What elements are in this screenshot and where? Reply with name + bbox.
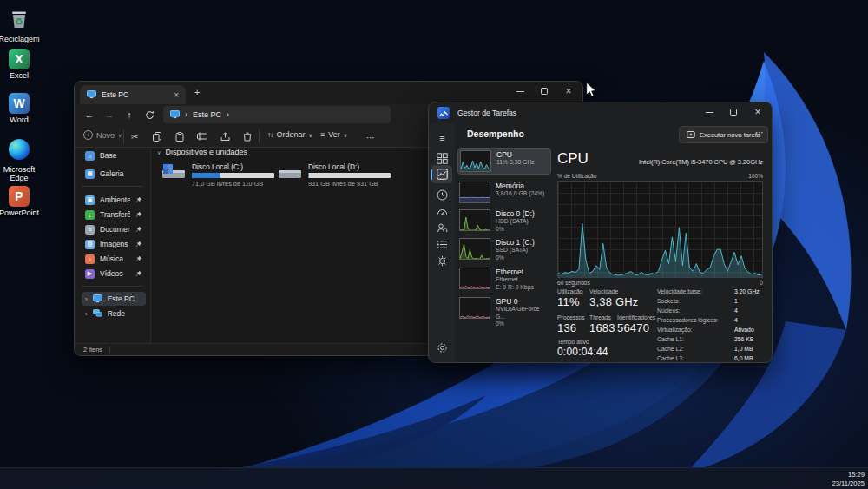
this-pc-icon xyxy=(170,110,180,119)
sidebar-item-rede[interactable]: › Rede xyxy=(82,307,146,320)
drive-free-space: 71,0 GB livres de 110 GB xyxy=(192,180,274,188)
cpu-utilization-chart[interactable] xyxy=(557,181,763,278)
detail-label: Núcleos: xyxy=(657,307,680,314)
cut-icon[interactable]: ✂ xyxy=(125,128,144,145)
taskbar: Procurar xyxy=(0,467,868,489)
users-tab-icon[interactable] xyxy=(435,221,450,235)
chevron-down-icon: ∨ xyxy=(118,132,122,138)
perf-item-gpu0[interactable]: GPU 0NVIDIA GeForce G...0% xyxy=(457,295,551,330)
drive-d-item[interactable]: Disco Local (D:) 931 GB livres de 931 GB xyxy=(277,162,391,188)
sidebar-item-galeria[interactable]: ▦ Galeria xyxy=(82,167,146,181)
sidebar-item-videos[interactable]: ▶ Vídeos xyxy=(82,267,146,281)
desktop-icon-word[interactable]: W Word xyxy=(0,93,43,124)
forward-button[interactable]: → xyxy=(100,106,119,123)
desktop-icon-edge[interactable]: Microsoft Edge xyxy=(0,139,43,182)
desktop-icon-excel[interactable]: X Excel xyxy=(0,49,43,80)
detail-label: Cache L1: xyxy=(657,336,684,342)
drive-c-item[interactable]: Disco Local (C:) 71,0 GB livres de 110 G… xyxy=(161,162,275,188)
chevron-expand-icon[interactable]: › xyxy=(85,295,88,303)
minimize-button[interactable] xyxy=(508,82,532,101)
share-icon[interactable] xyxy=(215,128,234,145)
copy-icon[interactable] xyxy=(148,128,167,145)
breadcrumb-separator: › xyxy=(185,110,187,119)
stat-value-identificadores: 56470 xyxy=(617,321,649,334)
this-pc-icon xyxy=(93,294,102,303)
taskbar-clock[interactable]: 15:29 23/11/2025 xyxy=(832,471,865,487)
stat-label: Velocidade xyxy=(589,288,618,294)
desktop-icon-label: Reciclagem xyxy=(0,35,43,43)
processes-tab-icon[interactable] xyxy=(435,151,450,166)
sidebar-item-este-pc[interactable]: › Este PC xyxy=(82,292,146,306)
detail-label: Virtualização: xyxy=(657,327,693,333)
drive-icon xyxy=(161,162,187,183)
chevron-expand-icon[interactable]: › xyxy=(85,310,88,318)
sidebar-item-base[interactable]: ⌂ Base xyxy=(82,149,146,162)
up-button[interactable]: ↑ xyxy=(120,106,139,123)
new-tab-button[interactable]: + xyxy=(194,87,200,97)
paste-icon[interactable] xyxy=(170,128,189,145)
performance-tab-icon[interactable] xyxy=(435,167,450,182)
more-options-icon[interactable]: ⋯ xyxy=(755,128,764,137)
pin-icon xyxy=(135,226,142,233)
sidebar-item-musica[interactable]: ♪ Música xyxy=(82,252,146,266)
breadcrumb-item[interactable]: Este PC xyxy=(193,110,221,119)
stat-value-threads: 1683 xyxy=(589,321,615,334)
word-icon: W xyxy=(9,93,30,114)
services-tab-icon[interactable] xyxy=(435,254,450,268)
desktop-icon-powerpoint[interactable]: P PowerPoint xyxy=(0,186,43,217)
tab-close-icon[interactable]: × xyxy=(174,90,179,100)
drive-icon xyxy=(277,162,303,183)
chevron-down-icon: ∨ xyxy=(157,149,161,155)
maximize-button[interactable] xyxy=(721,102,746,122)
sort-button[interactable]: ↑↓ Ordenar ∨ xyxy=(267,130,312,139)
clock-date: 23/11/2025 xyxy=(832,479,865,488)
explorer-tab-title: Este PC xyxy=(102,90,168,99)
network-icon xyxy=(93,309,102,318)
close-button[interactable]: × xyxy=(746,102,770,122)
more-options-icon[interactable]: ⋯ xyxy=(361,129,380,146)
pin-icon xyxy=(135,270,142,277)
sidebar-item-ambiente[interactable]: ▣ Ambiente de tra xyxy=(82,193,146,207)
pin-icon xyxy=(135,241,142,248)
explorer-sidebar: ⌂ Base ▦ Galeria ▣ Ambiente de tra ↓ Tra… xyxy=(75,149,151,343)
close-button[interactable]: × xyxy=(556,82,581,101)
minimize-button[interactable] xyxy=(697,102,721,122)
explorer-tab[interactable]: Este PC × xyxy=(80,85,186,104)
view-button[interactable]: ≡ Ver ∨ xyxy=(320,130,347,139)
sidebar-item-transferencias[interactable]: ↓ Transferências xyxy=(82,208,146,221)
edge-icon xyxy=(9,139,30,160)
disk0-mini-chart xyxy=(459,209,490,231)
chart-x-axis-right-label: 0 xyxy=(557,280,763,286)
delete-icon[interactable] xyxy=(238,128,257,145)
detail-value: 1 xyxy=(734,298,738,304)
powerpoint-icon: P xyxy=(9,186,30,207)
detail-label: Cache L3: xyxy=(657,355,684,361)
explorer-window-controls: × xyxy=(508,82,581,101)
mouse-cursor xyxy=(585,82,597,97)
breadcrumb[interactable]: › Este PC › xyxy=(163,106,391,123)
desktop-icon-recycle-bin[interactable]: ♻ Reciclagem xyxy=(0,7,43,43)
back-button[interactable]: ← xyxy=(80,106,99,123)
stat-value-processos: 136 xyxy=(557,321,576,334)
sidebar-item-documentos[interactable]: ≡ Documentos xyxy=(82,222,146,236)
downloads-icon: ↓ xyxy=(85,210,95,220)
sidebar-item-imagens[interactable]: ▨ Imagens xyxy=(82,237,146,251)
perf-item-disco0[interactable]: Disco 0 (D:)HDD (SATA)0% xyxy=(457,208,551,235)
new-button[interactable]: + Novo ∨ xyxy=(83,130,122,140)
perf-item-cpu[interactable]: CPU11% 3,38 GHz xyxy=(457,148,551,175)
perf-item-ethernet[interactable]: EthernetEthernetE: 0 R: 0 Kbps xyxy=(457,266,551,293)
drive-usage-bar xyxy=(308,173,391,178)
stat-label: Utilização xyxy=(557,288,582,294)
items-count: 2 itens xyxy=(83,346,102,354)
details-tab-icon[interactable] xyxy=(435,237,450,252)
rename-icon[interactable] xyxy=(193,128,212,145)
section-header[interactable]: ∨ Dispositivos e unidades xyxy=(157,148,247,156)
hamburger-menu-icon[interactable]: ≡ xyxy=(435,130,450,145)
perf-item-memoria[interactable]: Memória3,8/16,0 GB (24%) xyxy=(457,180,551,205)
refresh-icon[interactable] xyxy=(140,106,159,123)
app-history-tab-icon[interactable] xyxy=(435,188,450,202)
perf-item-disco1[interactable]: Disco 1 (C:)SSD (SATA)0% xyxy=(457,236,551,263)
maximize-button[interactable] xyxy=(532,82,556,101)
startup-apps-tab-icon[interactable] xyxy=(435,204,450,219)
settings-gear-icon[interactable] xyxy=(435,340,450,355)
